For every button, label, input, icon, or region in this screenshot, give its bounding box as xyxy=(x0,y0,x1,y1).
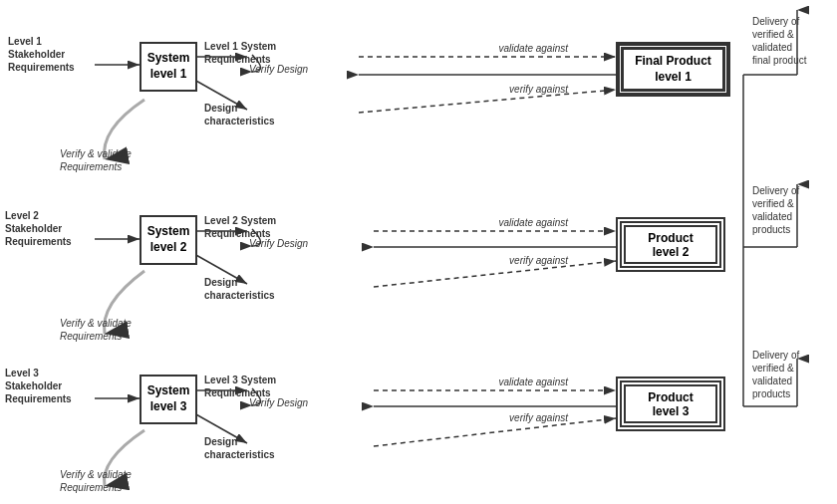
diagram-container: System level 1 System level 2 System lev… xyxy=(0,0,837,504)
design-char-2-label: Design characteristics xyxy=(204,276,304,302)
delivery-3-label: Delivery of verified & validated product… xyxy=(752,349,832,400)
system-level-2-box: System level 2 xyxy=(140,215,197,265)
verify-design-1-label: Verify Design xyxy=(249,63,339,76)
vv-req-1-label: Verify & validate Requirements xyxy=(60,147,149,173)
verify-against-2-label: verify against xyxy=(448,254,568,267)
design-char-3-label: Design characteristics xyxy=(204,435,304,461)
vv-req-3-label: Verify & validate Requirements xyxy=(60,468,149,494)
system-level-1-box: System level 1 xyxy=(140,42,197,92)
validate-against-1-label: validate against xyxy=(448,42,568,55)
stk-req-3-label: Level 3 Stakeholder Requirements xyxy=(5,367,97,405)
product-level-2-box: Product level 2 xyxy=(616,217,725,272)
system-level-3-box: System level 3 xyxy=(140,375,197,424)
product-level-3-box: Product level 3 xyxy=(616,377,725,431)
stk-req-1-label: Level 1 Stakeholder Requirements xyxy=(8,35,98,74)
final-product-level-1-box: Final Product level 1 xyxy=(616,42,730,97)
verify-design-3-label: Verify Design xyxy=(249,396,339,409)
validate-against-3-label: validate against xyxy=(448,376,568,388)
verify-design-2-label: Verify Design xyxy=(249,237,339,250)
delivery-2-label: Delivery of verified & validated product… xyxy=(752,184,832,236)
stk-req-2-label: Level 2 Stakeholder Requirements xyxy=(5,209,97,248)
verify-against-3-label: verify against xyxy=(448,411,568,424)
vv-req-2-label: Verify & validate Requirements xyxy=(60,317,149,343)
delivery-1-label: Delivery of verified & validated final p… xyxy=(752,15,832,67)
verify-against-1-label: verify against xyxy=(448,83,568,96)
validate-against-2-label: validate against xyxy=(448,216,568,229)
design-char-1-label: Design characteristics xyxy=(204,102,304,127)
